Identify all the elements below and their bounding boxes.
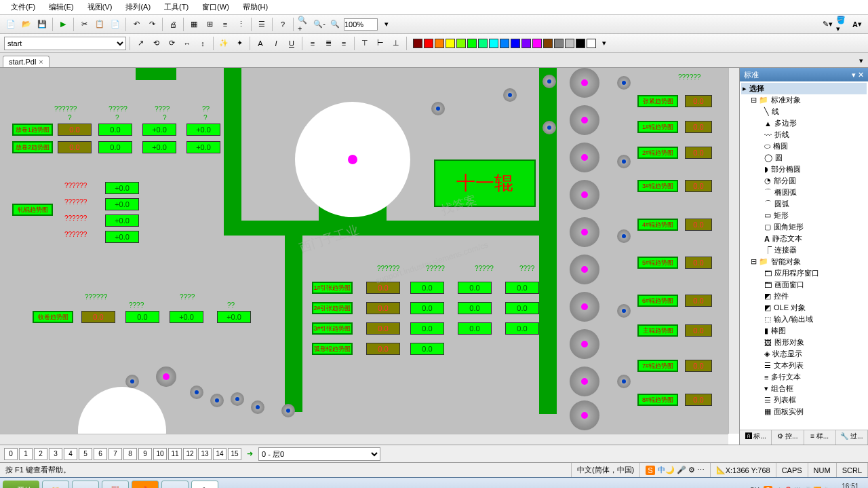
app3-icon[interactable]: ✎ (191, 481, 218, 489)
trend-button[interactable]: 5#辊趋势图 (637, 257, 678, 269)
color-swatch[interactable] (576, 39, 585, 48)
app1-icon[interactable]: 🔥 (132, 481, 159, 489)
zoom-fit-icon[interactable]: 🔍 (328, 18, 342, 31)
run-icon[interactable]: ▶ (56, 18, 70, 31)
menu-arrange[interactable]: 排列(A) (120, 1, 156, 14)
tab-menu-icon[interactable]: ▾ (854, 54, 868, 67)
tree-polygon[interactable]: ▲ 多边形 (741, 117, 867, 129)
trend-button[interactable]: 6#辊趋势图 (637, 295, 678, 307)
snap-icon[interactable]: ⊞ (203, 18, 216, 31)
layer-11[interactable]: 11 (168, 448, 182, 460)
menu-view[interactable]: 视图(V) (82, 1, 118, 14)
trend-button[interactable]: 1#辊趋势图 (637, 121, 678, 133)
print-icon[interactable]: 🖨 (166, 18, 180, 31)
zoom-dropdown-icon[interactable]: ▾ (380, 18, 393, 31)
tree-graphic[interactable]: 🖼 图形对象 (741, 337, 867, 348)
calc-icon[interactable]: 🧮 (102, 481, 129, 489)
color-swatch[interactable] (435, 39, 444, 48)
object-dropdown[interactable]: start (4, 37, 126, 50)
color-swatch[interactable] (489, 39, 498, 48)
trend-button[interactable]: 放卷1趋势图 (12, 124, 53, 136)
zoom-out-icon[interactable]: 🔍- (313, 18, 326, 31)
trend-button[interactable]: 轧辊趋势图 (12, 204, 53, 216)
tree-polyline[interactable]: 〰 折线 (741, 129, 867, 140)
grid-icon[interactable]: ▦ (187, 18, 201, 31)
color-swatch[interactable] (413, 39, 422, 48)
color-swatch[interactable] (532, 39, 542, 48)
tree-rect[interactable]: ▭ 矩形 (741, 210, 867, 221)
save-icon[interactable]: 💾 (35, 18, 49, 31)
media-icon[interactable]: ▶ (72, 481, 99, 489)
menu-help[interactable]: 帮助(H) (237, 1, 273, 14)
trend-button[interactable]: 2#辊趋势图 (637, 147, 678, 159)
color-swatch[interactable] (467, 39, 477, 48)
palette-more-icon[interactable]: ▾ (597, 37, 611, 50)
tab-start[interactable]: start.Pdl × (3, 56, 50, 67)
object-tree[interactable]: ▸ 选择 ⊟ 📁 标准对象 ╲ 线 ▲ 多边形 〰 折线 ⬭ 椭圆 ◯ 圆 ◗ … (740, 81, 868, 430)
menu-file[interactable]: 文件(F) (5, 1, 41, 14)
menu-tools[interactable]: 工具(T) (159, 1, 194, 14)
t2-1[interactable]: ↗ (134, 37, 147, 50)
color-swatch[interactable] (565, 39, 574, 48)
trend-button[interactable]: 放卷2趋势图 (12, 141, 53, 153)
tree-circle[interactable]: ◯ 圆 (741, 152, 867, 164)
tree-select[interactable]: ▸ 选择 (741, 83, 867, 94)
color-swatch[interactable] (511, 39, 520, 48)
color-swatch[interactable] (446, 39, 455, 48)
tree-combo[interactable]: ▾ 组合框 (741, 383, 867, 394)
props-icon[interactable]: ☰ (255, 18, 269, 31)
trend-button[interactable]: 2#引张趋势图 (312, 302, 353, 314)
layer-6[interactable]: 6 (94, 448, 107, 460)
copy-icon[interactable]: 📋 (93, 18, 106, 31)
trend-button[interactable]: 弧形辊趋势图 (312, 343, 353, 355)
side-tab-proc[interactable]: 🔧 过... (836, 430, 868, 445)
align-icon[interactable]: ≡ (218, 18, 232, 31)
side-tab-std[interactable]: 🅰 标... (740, 430, 772, 445)
color-swatch[interactable] (587, 39, 596, 48)
color-swatch[interactable] (500, 39, 509, 48)
tree-picwin[interactable]: 🗔 画面窗口 (741, 279, 867, 290)
tree-io[interactable]: ⬚ 输入/输出域 (741, 314, 867, 325)
t2-7[interactable]: ✦ (233, 37, 246, 50)
tree-multiline[interactable]: ≡ 多行文本 (741, 371, 867, 383)
fill-color-icon[interactable]: 🪣▾ (835, 18, 849, 31)
layer-0[interactable]: 0 (4, 448, 18, 460)
canvas[interactable]: ?????? ????? ???? ?? ? ? ? ? 放卷1趋势图 0.0 … (0, 68, 728, 434)
tree-bar[interactable]: ▮ 棒图 (741, 325, 867, 337)
color-swatch[interactable] (456, 39, 466, 48)
trend-button[interactable]: 3#辊趋势图 (637, 180, 678, 192)
help-cursor-icon[interactable]: ? (276, 18, 290, 31)
color-swatch[interactable] (521, 39, 531, 48)
t2-10[interactable]: U (285, 37, 298, 50)
ime-bar[interactable]: S 中 🌙 🎤 ⚙ ⋯ (640, 463, 711, 477)
panel-controls[interactable]: ▾ ✕ (852, 71, 864, 79)
t2-14[interactable]: ⊤ (358, 37, 372, 50)
line-color-icon[interactable]: ✎▾ (821, 18, 834, 31)
t2-5[interactable]: ↕ (196, 37, 210, 50)
t2-11[interactable]: ≡ (306, 37, 319, 50)
t2-6[interactable]: ✨ (217, 37, 231, 50)
side-tab-ctrl[interactable]: ⚙ 控... (772, 430, 804, 445)
vertical-scrollbar[interactable] (728, 68, 739, 434)
open-icon[interactable]: 📂 (20, 18, 33, 31)
undo-icon[interactable]: ↶ (130, 18, 143, 31)
trend-button[interactable]: 张紧趋势图 (637, 95, 678, 107)
tree-part-circle[interactable]: ◔ 部分圆 (741, 175, 867, 187)
cut-icon[interactable]: ✂ (77, 18, 91, 31)
layer-2[interactable]: 2 (34, 448, 47, 460)
layer-1[interactable]: 1 (19, 448, 33, 460)
trend-button[interactable]: 主辊趋势图 (637, 324, 678, 337)
t2-8[interactable]: A (254, 37, 267, 50)
close-icon[interactable]: × (39, 58, 43, 66)
menu-window[interactable]: 窗口(W) (197, 1, 235, 14)
start-button[interactable]: ⊞ 开始 (3, 481, 39, 489)
tree-status[interactable]: ◈ 状态显示 (741, 348, 867, 360)
layer-select[interactable]: 0 - 层0 (258, 447, 380, 461)
app2-icon[interactable]: 🛠 (161, 481, 189, 489)
layer-5[interactable]: 5 (79, 448, 92, 460)
trend-button[interactable]: 4#辊趋势图 (637, 219, 678, 231)
t2-13[interactable]: ≡ (337, 37, 351, 50)
system-tray[interactable]: CH S ⚙ ❓ 🛡 🔊 📶 🔌 16:51 2018/8/22 (749, 483, 865, 489)
distribute-icon[interactable]: ⋮ (234, 18, 248, 31)
trend-button[interactable]: 7#辊趋势图 (637, 360, 678, 372)
